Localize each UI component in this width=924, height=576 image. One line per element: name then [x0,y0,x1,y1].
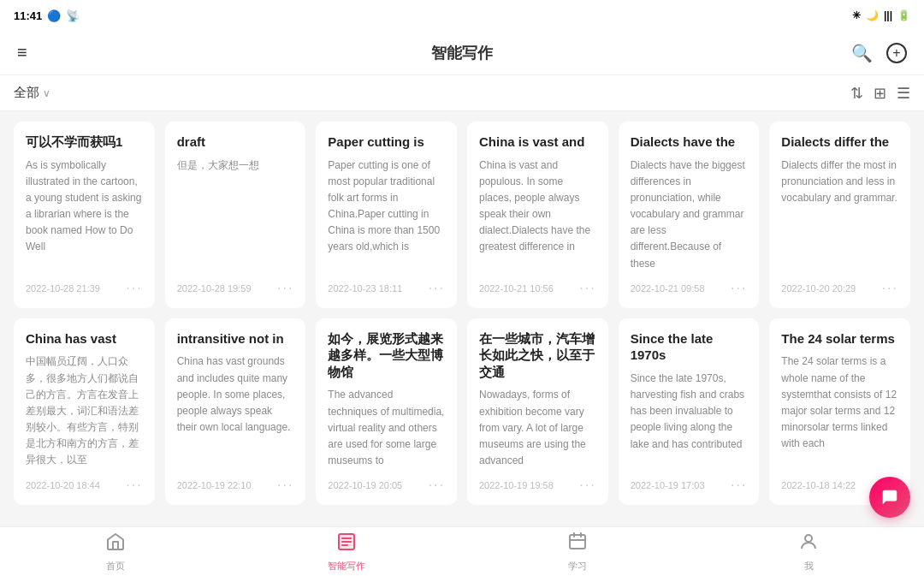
card-2[interactable]: Paper cutting is Paper cutting is one of… [316,122,457,308]
extra-icon[interactable]: ☰ [897,84,910,103]
card-date: 2022-10-21 09:58 [631,283,705,294]
card-date: 2022-10-28 19:59 [177,283,252,294]
card-title: Since the late 1970s [631,330,748,364]
grid-view-icon[interactable]: ⊞ [874,84,886,103]
search-icon[interactable]: 🔍 [851,43,873,63]
filter-label: 全部 [14,85,39,101]
card-9[interactable]: 在一些城市，汽车增长如此之快，以至于交通 Nowadays, forms of … [467,318,608,505]
card-date: 2022-10-21 10:56 [479,283,554,294]
card-more-button[interactable]: ··· [429,478,445,493]
card-footer: 2022-10-20 20:29 ··· [781,281,898,296]
fab-button[interactable] [869,477,910,518]
nav-item-profile[interactable]: 我 [774,531,843,573]
card-date: 2022-10-19 20:05 [328,480,402,490]
bottom-nav: 首页 智能写作 学习 [0,526,924,576]
filter-bar: 全部 ∨ ⇅ ⊞ ☰ [0,75,924,111]
card-date: 2022-10-20 18:44 [26,480,100,490]
card-title: 如今，展览形式越来越多样。一些大型博物馆 [328,330,445,381]
card-date: 2022-10-19 17:03 [631,480,705,490]
card-footer: 2022-10-28 19:59 ··· [177,281,294,296]
card-body: 中国幅员辽阔，人口众多，很多地方人们都说自己的方言。方言在发音上差别最大，词汇和… [26,353,143,469]
card-title: intransitive not in [177,330,294,347]
nav-item-study[interactable]: 学习 [543,531,612,573]
status-bar: 11:41 🔵 📡 ✳ 🌙 ||| 🔋 [0,0,924,31]
writing-icon [336,531,357,557]
card-date: 2022-10-19 19:58 [479,480,554,490]
bluetooth-icon: ✳ [852,9,861,21]
card-body: Since the late 1970s, harvesting fish an… [631,371,748,469]
card-0[interactable]: 可以不学而获吗1 As is symbolically illustrated … [14,122,155,308]
card-title: Dialects differ the [781,134,898,151]
svg-rect-4 [570,535,585,549]
card-6[interactable]: China has vast 中国幅员辽阔，人口众多，很多地方人们都说自己的方言… [14,318,155,505]
sort-icon[interactable]: ⇅ [850,84,863,103]
filter-right: ⇅ ⊞ ☰ [850,84,910,103]
svg-point-8 [805,535,812,542]
card-footer: 2022-10-19 17:03 ··· [631,478,748,493]
card-footer: 2022-10-19 22:10 ··· [177,478,294,493]
battery-icon: 🔋 [897,9,910,21]
card-more-button[interactable]: ··· [579,281,595,296]
card-footer: 2022-10-23 18:11 ··· [328,281,445,296]
home-label: 首页 [106,560,125,573]
card-more-button[interactable]: ··· [126,281,142,296]
card-footer: 2022-10-28 21:39 ··· [26,281,143,296]
card-title: Dialects have the [631,134,748,151]
card-footer: 2022-10-19 19:58 ··· [479,478,596,493]
card-title: The 24 solar terms [781,330,898,347]
signal-icon: ||| [884,9,892,21]
card-date: 2022-10-20 20:29 [781,283,856,294]
card-body: Nowadays, forms of exhibition become var… [479,387,596,469]
main-content: 可以不学而获吗1 As is symbolically illustrated … [0,111,924,526]
status-left: 11:41 🔵 📡 [14,9,80,22]
card-more-button[interactable]: ··· [277,478,293,493]
nav-item-writing[interactable]: 智能写作 [312,531,381,573]
card-1[interactable]: draft 但是，大家想一想 2022-10-28 19:59 ··· [165,122,306,308]
writing-label: 智能写作 [328,560,365,573]
card-body: 但是，大家想一想 [177,157,294,272]
card-footer: 2022-10-19 20:05 ··· [328,478,445,493]
profile-icon [798,531,819,557]
profile-label: 我 [804,560,814,573]
card-more-button[interactable]: ··· [882,281,898,296]
card-date: 2022-10-28 21:39 [26,283,100,294]
status-right: ✳ 🌙 ||| 🔋 [852,9,910,21]
card-title: Paper cutting is [328,134,445,151]
card-footer: 2022-10-21 09:58 ··· [631,281,748,296]
card-body: China is vast and populous. In some plac… [479,157,596,272]
card-title: 可以不学而获吗1 [26,134,143,151]
card-more-button[interactable]: ··· [126,478,142,493]
card-4[interactable]: Dialects have the Dialects have the bigg… [619,122,760,308]
filter-left[interactable]: 全部 ∨ [14,85,50,101]
card-body: As is symbolically illustrated in the ca… [26,157,143,272]
card-5[interactable]: Dialects differ the Dialects differ the … [769,122,910,308]
card-body: Paper cutting is one of most popular tra… [328,157,445,272]
card-body: The 24 solar terms is a whole name of th… [781,353,898,469]
card-more-button[interactable]: ··· [429,281,445,296]
study-label: 学习 [568,560,587,573]
card-3[interactable]: China is vast and China is vast and popu… [467,122,608,308]
card-footer: 2022-10-21 10:56 ··· [479,281,596,296]
card-8[interactable]: 如今，展览形式越来越多样。一些大型博物馆 The advanced techni… [316,318,457,505]
card-title: China is vast and [479,134,596,151]
card-date: 2022-10-23 18:11 [328,283,402,294]
card-more-button[interactable]: ··· [579,478,595,493]
card-10[interactable]: Since the late 1970s Since the late 1970… [619,318,760,505]
add-button[interactable]: + [886,43,907,63]
menu-icon[interactable]: ≡ [17,43,27,62]
card-more-button[interactable]: ··· [277,281,293,296]
card-body: Dialects differ the most in pronunciatio… [781,157,898,272]
top-nav-left: ≡ [17,43,27,62]
status-icon-2: 📡 [66,9,80,22]
card-title: 在一些城市，汽车增长如此之快，以至于交通 [479,330,596,381]
cards-grid: 可以不学而获吗1 As is symbolically illustrated … [14,122,910,505]
top-nav: ≡ 智能写作 🔍 + [0,31,924,75]
card-7[interactable]: intransitive not in China has vast groun… [165,318,306,505]
card-footer: 2022-10-20 18:44 ··· [26,478,143,493]
card-more-button[interactable]: ··· [731,281,747,296]
page-title: 智能写作 [431,43,493,63]
nav-item-home[interactable]: 首页 [81,531,150,573]
study-icon [567,531,588,557]
card-body: Dialects have the biggest differences in… [631,157,748,272]
card-more-button[interactable]: ··· [731,478,747,493]
